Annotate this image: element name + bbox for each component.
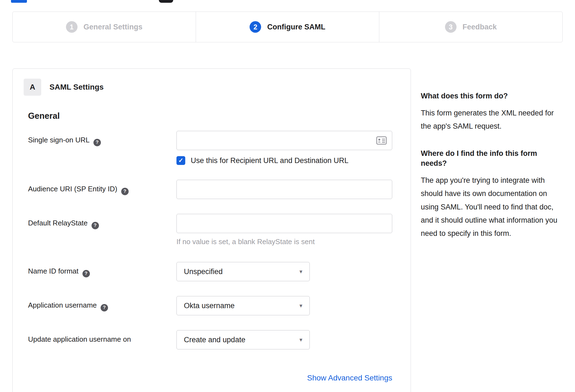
field-label: Audience URI (SP Entity ID)? <box>28 180 176 195</box>
saml-settings-panel: A SAML Settings General Single sign-on U… <box>12 68 411 392</box>
relay-state-hint: If no value is set, a blank RelayState i… <box>176 238 392 246</box>
field-control: Create and update ▾ <box>176 330 310 349</box>
section-title: SAML Settings <box>49 83 104 92</box>
chevron-down-icon: ▾ <box>299 336 302 343</box>
form-row-app-username: Application username? Okta username ▾ <box>28 296 400 315</box>
recipient-url-checkbox-row[interactable]: ✓ Use this for Recipient URL and Destina… <box>176 156 392 165</box>
step-number-badge: 3 <box>445 21 457 33</box>
clipped-title-fragment <box>11 0 27 3</box>
step-label: Feedback <box>463 23 497 31</box>
field-label: Application username? <box>28 296 176 311</box>
select-value: Unspecified <box>184 267 223 276</box>
section-a-badge: A <box>24 79 41 96</box>
sidebar-body: The app you're trying to integrate with … <box>421 174 560 240</box>
chevron-down-icon: ▾ <box>299 302 302 309</box>
sidebar-block-what: What does this form do? This form genera… <box>421 91 560 133</box>
saml-form: Single sign-on URL? <box>28 131 400 382</box>
help-icon[interactable]: ? <box>101 304 108 311</box>
contact-card-icon[interactable] <box>376 136 387 145</box>
step-configure-saml[interactable]: 2 Configure SAML <box>196 12 379 42</box>
sidebar-body: This form generates the XML needed for t… <box>421 106 560 133</box>
sidebar-heading: What does this form do? <box>421 91 560 101</box>
help-icon[interactable]: ? <box>92 222 99 229</box>
name-id-format-select[interactable]: Unspecified ▾ <box>176 262 310 281</box>
sso-url-input[interactable] <box>176 131 392 150</box>
field-label: Default RelayState? <box>28 214 176 229</box>
panel-header: A SAML Settings <box>24 79 400 96</box>
sso-url-input-wrap <box>176 131 392 150</box>
clipped-app-icon-fragment <box>159 0 173 3</box>
sidebar-heading: Where do I find the info this form needs… <box>421 148 560 169</box>
wizard-stepper: 1 General Settings 2 Configure SAML 3 Fe… <box>12 12 563 42</box>
field-label: Name ID format? <box>28 262 176 277</box>
group-title-general: General <box>28 111 400 121</box>
app-username-select[interactable]: Okta username ▾ <box>176 296 310 315</box>
checkbox-checked-icon[interactable]: ✓ <box>176 156 185 165</box>
app-username-label: Application username <box>28 301 97 309</box>
advanced-settings-row: Show Advanced Settings <box>28 374 392 382</box>
chevron-down-icon: ▾ <box>299 268 302 275</box>
audience-uri-input[interactable] <box>176 180 392 199</box>
field-control: ✓ Use this for Recipient URL and Destina… <box>176 131 392 165</box>
form-row-relay-state: Default RelayState? If no value is set, … <box>28 214 400 246</box>
help-sidebar: What does this form do? This form genera… <box>421 68 563 240</box>
select-value: Okta username <box>184 302 235 310</box>
sso-url-label: Single sign-on URL <box>28 136 90 144</box>
form-row-name-id-format: Name ID format? Unspecified ▾ <box>28 262 400 281</box>
sidebar-block-where: Where do I find the info this form needs… <box>421 148 560 240</box>
help-icon[interactable]: ? <box>82 270 90 277</box>
field-label: Single sign-on URL? <box>28 131 176 146</box>
field-control: If no value is set, a blank RelayState i… <box>176 214 392 246</box>
update-username-label: Update application username on <box>28 335 131 343</box>
help-icon[interactable]: ? <box>93 139 101 146</box>
step-feedback[interactable]: 3 Feedback <box>379 12 562 42</box>
help-icon[interactable]: ? <box>121 188 129 195</box>
step-general-settings[interactable]: 1 General Settings <box>13 12 196 42</box>
field-control <box>176 180 392 199</box>
checkbox-label: Use this for Recipient URL and Destinati… <box>191 156 349 165</box>
step-number-badge: 2 <box>250 21 261 33</box>
field-label: Update application username on <box>28 330 176 344</box>
audience-uri-label: Audience URI (SP Entity ID) <box>28 185 117 193</box>
field-control: Okta username ▾ <box>176 296 310 315</box>
step-label: General Settings <box>84 23 143 31</box>
select-value: Create and update <box>184 336 245 344</box>
form-row-sso-url: Single sign-on URL? <box>28 131 400 165</box>
field-control: Unspecified ▾ <box>176 262 310 281</box>
form-row-update-username: Update application username on Create an… <box>28 330 400 349</box>
relay-state-input[interactable] <box>176 214 392 233</box>
form-row-audience-uri: Audience URI (SP Entity ID)? <box>28 180 400 199</box>
name-id-format-label: Name ID format <box>28 267 79 275</box>
show-advanced-settings-link[interactable]: Show Advanced Settings <box>307 374 392 382</box>
page-content: A SAML Settings General Single sign-on U… <box>0 68 575 392</box>
relay-state-label: Default RelayState <box>28 219 88 227</box>
step-number-badge: 1 <box>66 21 78 33</box>
update-username-select[interactable]: Create and update ▾ <box>176 330 310 349</box>
step-label: Configure SAML <box>267 23 325 31</box>
page-top-clipped <box>0 0 575 4</box>
